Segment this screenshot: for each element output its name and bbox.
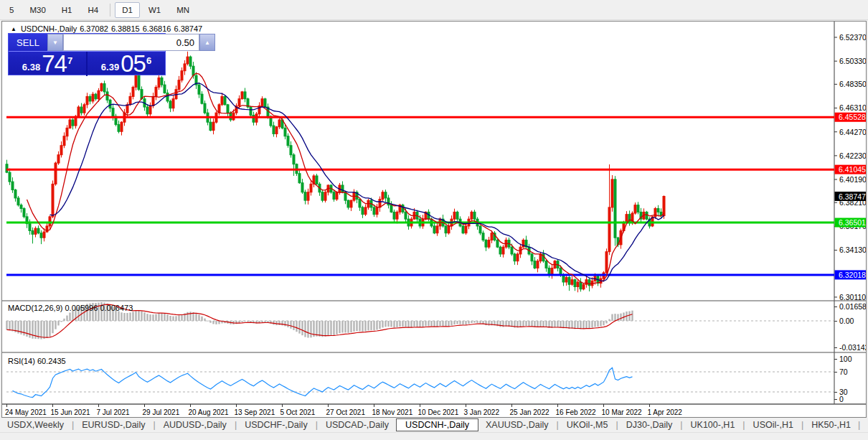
chart-symbol-label: USDCNH-,Daily — [21, 24, 77, 33]
timeframe-button-H4[interactable]: H4 — [80, 2, 105, 18]
date-axis[interactable]: 24 May 202115 Jun 20217 Jul 202129 Jul 2… — [5, 404, 682, 416]
toolbar-separator — [110, 4, 110, 17]
sell-price-prefix: 6.38 — [22, 60, 40, 75]
timeframe-button-MN[interactable]: MN — [169, 2, 197, 18]
symbol-tab-usoil-h1[interactable]: USOil-,H1 — [746, 418, 801, 431]
svg-text:-0.031421: -0.031421 — [839, 343, 866, 352]
ohlc-open: 6.37082 — [80, 24, 108, 33]
svg-text:6.34130: 6.34130 — [839, 245, 866, 254]
buy-button[interactable]: BUY — [215, 34, 253, 51]
svg-text:100: 100 — [839, 355, 852, 363]
sell-price-big: 74 — [42, 53, 67, 75]
symbol-tab-ukoil-m5[interactable]: UKOil-,M5 — [560, 418, 615, 431]
macd-label: MACD(12,26,9) 0.005996 0.006473 — [8, 304, 133, 312]
timeframe-button-H1[interactable]: H1 — [55, 2, 80, 18]
volume-decrease-button[interactable]: ▼ — [47, 34, 63, 51]
tab-separator: | — [235, 420, 237, 430]
symbol-tab-xauusd-daily[interactable]: XAUUSD-,Daily — [478, 418, 556, 431]
status-strip — [0, 432, 868, 440]
symbol-tab-usdchf-daily[interactable]: USDCHF-,Daily — [237, 418, 315, 431]
svg-text:6.36501: 6.36501 — [839, 218, 866, 227]
svg-text:6.48350: 6.48350 — [839, 80, 866, 88]
svg-text:18 Nov 2021: 18 Nov 2021 — [372, 408, 413, 416]
ma-slow-line — [50, 83, 664, 281]
symbol-tab-dj30-daily[interactable]: DJ30-,Daily — [619, 418, 680, 431]
svg-text:6.41045: 6.41045 — [839, 165, 866, 174]
tab-separator: | — [72, 420, 74, 430]
tab-separator: | — [557, 420, 559, 430]
symbol-tab-usdx-weekly[interactable]: USDX,Weekly — [0, 418, 71, 431]
svg-text:10 Dec 2021: 10 Dec 2021 — [418, 408, 459, 416]
svg-text:20 Aug 2021: 20 Aug 2021 — [189, 408, 230, 416]
price-chart-canvas[interactable]: 6.523706.503306.483506.463106.442706.422… — [2, 22, 866, 417]
ohlc-high: 6.38815 — [111, 24, 140, 33]
trading-terminal: 5M30H1H4D1W1MN 6.523706.503306.483506.46… — [0, 0, 868, 440]
tab-separator: | — [858, 420, 860, 430]
timeframe-toolbar: 5M30H1H4D1W1MN — [0, 0, 868, 20]
timeframe-button-M30[interactable]: M30 — [22, 2, 52, 18]
ohlc-low: 6.36816 — [143, 24, 171, 33]
svg-text:6.30110: 6.30110 — [839, 293, 866, 301]
svg-text:6.45528: 6.45528 — [839, 113, 866, 121]
svg-text:70: 70 — [839, 368, 848, 376]
svg-text:0.016586: 0.016586 — [839, 302, 866, 311]
timeframe-button-W1[interactable]: W1 — [141, 2, 168, 18]
svg-text:15 Jun 2021: 15 Jun 2021 — [51, 408, 90, 416]
volume-input[interactable] — [63, 34, 199, 51]
tab-separator: | — [742, 420, 745, 430]
tab-separator: | — [680, 420, 682, 430]
sell-price-display: 6.38 74 7 — [9, 52, 88, 76]
candles — [6, 52, 665, 292]
svg-text:24 May 2021: 24 May 2021 — [5, 408, 47, 416]
level-lines[interactable] — [6, 117, 834, 275]
svg-text:13 Sep 2021: 13 Sep 2021 — [235, 408, 275, 416]
svg-text:6.50330: 6.50330 — [839, 57, 866, 65]
symbol-tab-uk100-h1[interactable]: UK100-,H1 — [684, 418, 742, 431]
svg-text:6.42230: 6.42230 — [839, 151, 866, 160]
svg-text:6.32018: 6.32018 — [839, 271, 866, 279]
svg-text:7 Jul 2021: 7 Jul 2021 — [97, 408, 131, 416]
symbol-tab-usdcnh-daily[interactable]: USDCNH-,Daily — [396, 418, 478, 431]
timeframe-button-D1[interactable]: D1 — [115, 2, 140, 18]
tab-separator: | — [615, 420, 618, 430]
sell-button[interactable]: SELL — [9, 34, 47, 51]
volume-stepper: ▼ ▲ — [47, 34, 215, 51]
svg-text:0.00: 0.00 — [839, 317, 854, 325]
symbol-tab-eurusd-daily[interactable]: EURUSD-,Daily — [75, 418, 152, 431]
buy-price-big: 05 — [121, 53, 146, 75]
symbol-tab-bar: USDX,Weekly|EURUSD-,Daily|AUDUSD-,Daily|… — [0, 418, 868, 432]
tab-separator: | — [801, 420, 803, 430]
one-click-trading-panel: SELL ▼ ▲ BUY 6.38 74 7 6.39 05 6 — [8, 33, 166, 75]
svg-text:6.38747: 6.38747 — [839, 192, 866, 201]
price-axis-markers: 6.455286.410456.387476.365016.32018 — [835, 113, 867, 280]
svg-text:5 Oct 2021: 5 Oct 2021 — [280, 408, 316, 416]
svg-text:6.40190: 6.40190 — [839, 175, 866, 184]
chart-ohlc-header: ▲USDCNH-,Daily6.370826.388156.368166.387… — [11, 24, 205, 33]
svg-text:29 Jul 2021: 29 Jul 2021 — [143, 408, 180, 416]
svg-text:6.46310: 6.46310 — [839, 103, 866, 112]
tab-separator: | — [316, 420, 318, 430]
symbol-tab-hk50-h1[interactable]: HK50-,H1 — [804, 418, 858, 431]
sell-price-sup: 7 — [67, 55, 72, 66]
svg-text:3 Jan 2022: 3 Jan 2022 — [464, 408, 500, 416]
volume-increase-button[interactable]: ▲ — [199, 34, 215, 51]
timeframe-button-5[interactable]: 5 — [2, 2, 21, 18]
symbol-tab-usdcad-daily[interactable]: USDCAD-,Daily — [319, 418, 396, 431]
svg-text:25 Jan 2022: 25 Jan 2022 — [510, 408, 549, 416]
rsi-line — [13, 368, 633, 397]
svg-text:0: 0 — [839, 395, 844, 403]
ohlc-close: 6.38747 — [174, 24, 202, 33]
svg-text:6.44270: 6.44270 — [839, 128, 866, 136]
svg-text:10 Mar 2022: 10 Mar 2022 — [602, 408, 643, 416]
buy-price-sup: 6 — [146, 55, 151, 66]
buy-price-prefix: 6.39 — [101, 60, 119, 75]
collapse-panel-icon[interactable]: ▲ — [11, 26, 16, 32]
svg-text:16 Feb 2022: 16 Feb 2022 — [556, 408, 597, 416]
svg-text:27 Oct 2021: 27 Oct 2021 — [326, 408, 366, 416]
symbol-tab-audusd-daily[interactable]: AUDUSD-,Daily — [156, 418, 234, 431]
svg-text:1 Apr 2022: 1 Apr 2022 — [648, 408, 683, 416]
chart-window: 6.523706.503306.483506.463106.442706.422… — [1, 21, 867, 418]
rsi-label: RSI(14) 60.2435 — [8, 357, 66, 365]
svg-text:6.52370: 6.52370 — [839, 33, 866, 42]
buy-price-display: 6.39 05 6 — [88, 52, 165, 76]
